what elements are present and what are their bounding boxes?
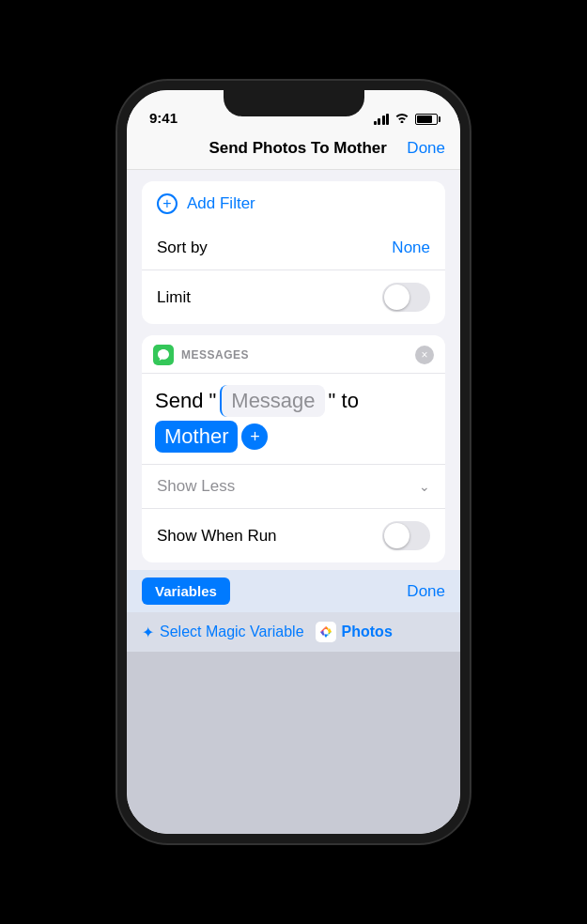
messages-header-left: MESSAGES [153,345,249,365]
chevron-down-icon: ⌄ [419,479,430,494]
messages-card: MESSAGES × Send " Message " to Mother + [142,335,445,562]
svg-point-2 [323,630,328,635]
limit-toggle[interactable] [382,283,430,312]
wifi-icon [394,112,409,126]
photos-variable-button[interactable]: Photos [316,622,393,642]
magic-variables-area: ✦ Select Magic Variable [127,612,460,652]
limit-label: Limit [157,288,191,307]
send-prefix: Send " [155,389,216,413]
add-recipient-button[interactable]: + [241,424,268,450]
status-time: 9:41 [149,110,178,126]
add-filter-row[interactable]: + Add Filter [142,181,445,226]
message-input[interactable]: Message [220,385,324,417]
nav-done-button[interactable]: Done [407,139,445,158]
sort-by-value: None [392,239,430,257]
scrollable-content: + Add Filter Sort by None Limit [127,170,460,834]
show-when-run-toggle[interactable] [382,521,430,550]
show-when-run-label: Show When Run [157,527,277,546]
magic-wand-icon: ✦ [142,624,154,641]
sort-by-label: Sort by [157,239,208,257]
show-less-label: Show Less [157,477,235,496]
select-magic-variable-button[interactable]: ✦ Select Magic Variable [142,624,304,641]
show-less-row[interactable]: Show Less ⌄ [142,465,445,509]
limit-row[interactable]: Limit [142,270,445,324]
recipient-pill[interactable]: Mother [155,421,238,453]
messages-header: MESSAGES × [142,335,445,374]
variables-button[interactable]: Variables [142,578,230,605]
nav-title: Send Photos To Mother [209,139,387,158]
nav-bar: Send Photos To Mother Done [127,131,460,170]
photos-icon [316,622,336,642]
empty-area [127,652,460,834]
messages-app-label: MESSAGES [181,348,249,362]
send-middle: " to [329,389,359,413]
show-when-run-row: Show When Run [142,509,445,562]
close-button[interactable]: × [415,346,434,364]
variables-done-button[interactable]: Done [407,582,445,601]
message-placeholder: Message [231,389,315,412]
photos-label: Photos [342,624,393,640]
select-magic-label: Select Magic Variable [160,624,304,640]
send-row: Send " Message " to Mother + [142,374,445,465]
filter-card: + Add Filter Sort by None Limit [142,181,445,324]
signal-bars-icon [374,114,390,125]
add-filter-icon: + [157,193,178,214]
status-icons [374,112,439,126]
battery-icon [415,114,438,125]
variables-bar: Variables Done [127,570,460,612]
add-filter-label: Add Filter [187,194,255,213]
recipient-label: Mother [164,424,228,448]
messages-app-icon [153,345,174,365]
sort-by-row[interactable]: Sort by None [142,226,445,270]
